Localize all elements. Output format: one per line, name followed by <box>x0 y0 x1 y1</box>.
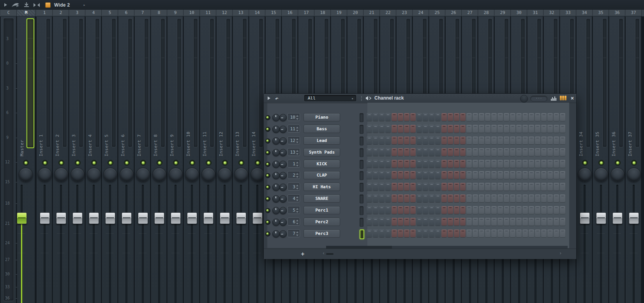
step-cell[interactable] <box>466 206 472 214</box>
fader-track[interactable] <box>76 185 78 303</box>
step-cell[interactable] <box>367 218 372 226</box>
step-cell[interactable] <box>504 137 509 144</box>
step-cell[interactable] <box>498 171 503 179</box>
step-cell[interactable] <box>460 137 466 144</box>
peak-meter[interactable] <box>111 18 116 147</box>
rack-volume-knob[interactable] <box>520 95 528 103</box>
channel-led[interactable] <box>265 220 270 225</box>
track-header[interactable]: 8 <box>151 10 167 16</box>
step-cell[interactable] <box>423 229 428 237</box>
step-cell[interactable] <box>504 229 509 237</box>
step-cell[interactable] <box>498 113 503 121</box>
step-cell[interactable] <box>373 218 378 226</box>
step-cell[interactable] <box>522 183 528 191</box>
step-cell[interactable] <box>385 194 391 202</box>
step-cell[interactable] <box>385 218 391 226</box>
step-cell[interactable] <box>410 113 416 121</box>
channel-filter-dropdown[interactable]: All ▸ <box>304 95 356 101</box>
track-mute-led[interactable] <box>58 160 64 166</box>
step-cell[interactable] <box>547 183 553 191</box>
step-cell[interactable] <box>510 229 515 237</box>
step-cell[interactable] <box>435 183 441 191</box>
step-cell[interactable] <box>441 113 447 121</box>
step-cell[interactable] <box>416 125 422 133</box>
step-cell[interactable] <box>429 218 434 226</box>
step-cell[interactable] <box>541 113 547 121</box>
step-cell[interactable] <box>367 148 372 156</box>
step-cell[interactable] <box>510 160 515 168</box>
track-body[interactable]: Insert 12 <box>217 16 232 303</box>
step-cell[interactable] <box>535 171 540 179</box>
peak-meter[interactable] <box>226 18 231 147</box>
track-mute-led[interactable] <box>124 160 130 166</box>
step-cell[interactable] <box>423 206 428 214</box>
step-cell[interactable] <box>448 206 453 214</box>
step-cell[interactable] <box>367 137 372 144</box>
number-spinner-icon[interactable] <box>296 184 298 190</box>
track-mute-led[interactable] <box>23 160 29 166</box>
step-cell[interactable] <box>504 194 509 202</box>
step-cell[interactable] <box>448 194 453 202</box>
channel-pan-knob[interactable] <box>272 219 280 226</box>
step-cell[interactable] <box>379 229 385 237</box>
step-cell[interactable] <box>441 137 447 144</box>
graph-icon[interactable] <box>551 96 557 101</box>
step-cell[interactable] <box>498 206 503 214</box>
step-cell[interactable] <box>385 125 391 133</box>
track-body[interactable]: Insert 4 <box>86 16 101 303</box>
step-cell[interactable] <box>485 206 490 214</box>
step-cell[interactable] <box>454 218 459 226</box>
grid-view-icon[interactable] <box>560 96 566 100</box>
step-cell[interactable] <box>398 206 403 214</box>
step-cell[interactable] <box>410 160 416 168</box>
step-cell[interactable] <box>491 206 497 214</box>
channel-number-box[interactable]: 4 <box>288 194 300 202</box>
step-cell[interactable] <box>423 160 428 168</box>
peak-meter[interactable] <box>95 18 100 147</box>
step-cell[interactable] <box>473 148 478 156</box>
step-cell[interactable] <box>479 218 484 226</box>
channel-name-button[interactable]: SNARE <box>303 194 340 203</box>
step-cell[interactable] <box>510 171 515 179</box>
channel-number-box[interactable]: 6 <box>288 218 300 226</box>
step-cell[interactable] <box>479 206 484 214</box>
step-cell[interactable] <box>379 183 385 191</box>
pan-knob[interactable] <box>627 168 641 182</box>
step-cell[interactable] <box>535 229 540 237</box>
track-header[interactable]: 23 <box>397 10 413 16</box>
step-cell[interactable] <box>398 183 403 191</box>
step-cell[interactable] <box>448 160 453 168</box>
step-cell[interactable] <box>454 160 459 168</box>
close-icon[interactable]: × <box>569 94 576 103</box>
step-cell[interactable] <box>398 171 403 179</box>
step-cell[interactable] <box>516 206 522 214</box>
step-cell[interactable] <box>466 183 472 191</box>
channel-led[interactable] <box>265 208 270 213</box>
track-header[interactable]: 4 <box>86 10 102 16</box>
step-cell[interactable] <box>410 148 416 156</box>
step-cell[interactable] <box>522 171 528 179</box>
step-cell[interactable] <box>466 125 472 133</box>
step-cell[interactable] <box>404 218 409 226</box>
step-cell[interactable] <box>473 113 478 121</box>
step-cell[interactable] <box>435 125 441 133</box>
step-cell[interactable] <box>466 218 472 226</box>
step-cell[interactable] <box>479 183 484 191</box>
channel-pan-knob[interactable] <box>272 149 280 156</box>
step-cell[interactable] <box>435 194 441 202</box>
channel-number-box[interactable]: 5 <box>288 206 300 214</box>
step-cell[interactable] <box>554 137 559 144</box>
pan-knob[interactable] <box>234 168 248 182</box>
fader-handle[interactable] <box>138 212 148 224</box>
channel-number-box[interactable]: 12 <box>288 137 300 144</box>
fader-track[interactable] <box>44 185 46 303</box>
step-cell[interactable] <box>504 160 509 168</box>
track-body[interactable]: Insert 34 <box>577 16 592 303</box>
fader-handle[interactable] <box>122 212 132 224</box>
step-cell[interactable] <box>423 183 428 191</box>
step-cell[interactable] <box>529 160 534 168</box>
fader-handle[interactable] <box>220 212 230 224</box>
step-cell[interactable] <box>441 125 447 133</box>
track-header[interactable]: C <box>1 10 17 16</box>
track-header[interactable]: 30 <box>511 10 527 16</box>
